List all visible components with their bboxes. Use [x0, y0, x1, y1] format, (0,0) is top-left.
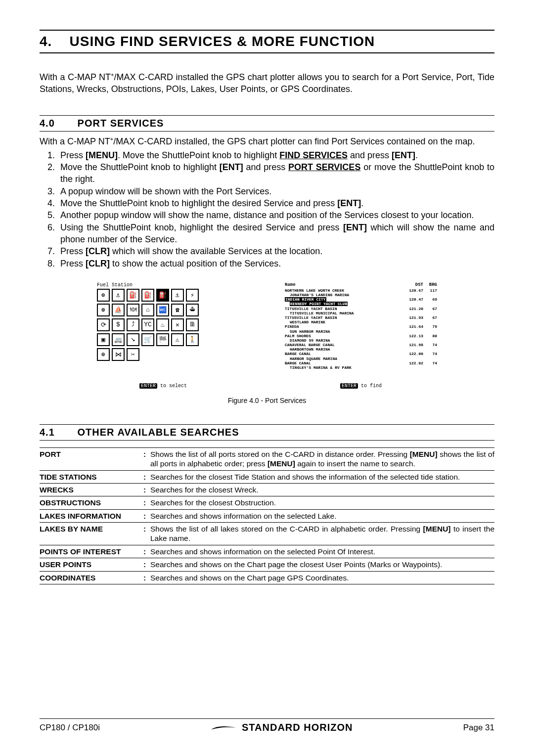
search-row: POINTS OF INTEREST:Searches and shows in… [40, 545, 494, 558]
results-header: Name DST BRG [282, 280, 440, 288]
service-icon[interactable]: ⌂ [141, 304, 154, 316]
result-row[interactable]: TITUSVILLE YACHT BASIN121.9367 [282, 315, 440, 320]
icon-panel: Fuel Station ⊕⚓⛽⛽⛽⚓⚡⊛⛵🍽⌂🚾☎⛴⟳$⤴YC♨✕🗎▣🚐➘🛒🏁… [94, 280, 232, 392]
step-item: Another popup window will show the name,… [57, 209, 494, 221]
step-item: Press [CLR] which will show the availabl… [57, 245, 494, 257]
search-desc: Searches and shows on the Chart page the… [150, 560, 494, 569]
service-icon[interactable]: 🚐 [112, 333, 125, 346]
search-label: POINTS OF INTEREST [40, 547, 143, 556]
search-label: LAKES INFORMATION [40, 511, 143, 521]
service-icon[interactable]: 🗎 [186, 318, 199, 331]
result-row[interactable]: INDIAN RIVER CITY120.4769 [282, 297, 440, 302]
search-table: PORT:Shows the list of all ports stored … [40, 447, 494, 584]
search-row: PORT:Shows the list of all ports stored … [40, 447, 494, 471]
search-row: COORDINATES:Searches and shows on the Ch… [40, 572, 494, 584]
service-icon[interactable]: 🏁 [156, 333, 169, 346]
colon: : [143, 511, 150, 521]
service-icon[interactable]: ⚓ [112, 289, 125, 302]
step-item: A popup window will be shown with the Po… [57, 185, 494, 197]
service-icon[interactable]: ⚡ [186, 289, 199, 302]
search-desc: Searches and shows on the Chart page GPS… [150, 573, 494, 582]
step-item: Move the ShuttlePoint knob to highlight … [57, 161, 494, 185]
service-icon[interactable]: ⛽ [156, 289, 169, 302]
search-desc: Shows the list of all lakes stored on th… [150, 524, 494, 543]
section-4-1: 4.1 OTHER AVAILABLE SEARCHES PORT:Shows … [40, 424, 494, 584]
service-icon[interactable]: YC [141, 318, 154, 331]
result-row[interactable]: PALM SHORES122.1380 [282, 334, 440, 338]
service-icon[interactable]: ⊕ [97, 348, 110, 361]
icon-grid: ⊕⚓⛽⛽⛽⚓⚡⊛⛵🍽⌂🚾☎⛴⟳$⤴YC♨✕🗎▣🚐➘🛒🏁⚠🚶⊕⋈✂ [94, 289, 232, 361]
step-item: Move the ShuttlePoint knob to highlight … [57, 197, 494, 209]
search-row: OBSTRUCTIONS:Searches for the closest Ob… [40, 496, 494, 509]
service-icon[interactable]: $ [112, 318, 125, 331]
search-desc: Shows the list of all ports stored on th… [150, 449, 494, 469]
brand: STANDARD HORIZON [210, 722, 353, 733]
service-icon[interactable]: ⊛ [97, 304, 110, 316]
service-icon[interactable]: ☎ [171, 304, 184, 316]
search-row: WRECKS:Searches for the closest Wreck. [40, 484, 494, 496]
search-label: LAKES BY NAME [40, 524, 143, 543]
service-icon[interactable]: ⊕ [97, 289, 110, 302]
result-row[interactable]: PINEDA121.6479 [282, 324, 440, 329]
search-desc: Searches and shows information on the se… [150, 547, 494, 556]
result-row-sub: HARBOR SQUARE MARINA [282, 356, 440, 361]
service-icon[interactable]: 🍽 [127, 304, 139, 316]
service-icon[interactable]: ⋈ [112, 348, 125, 361]
service-icon[interactable]: ⚠ [171, 333, 184, 346]
service-icon[interactable]: ⛽ [127, 289, 139, 302]
search-label: PORT [40, 449, 143, 469]
colon: : [143, 472, 150, 482]
icon-panel-footer: ENTER to select [94, 383, 232, 389]
result-row[interactable]: TITUSVILLE YACHT BASIN121.2067 [282, 307, 440, 311]
service-icon[interactable]: ⤴ [127, 318, 139, 331]
section-4-0-rule-bottom [40, 131, 494, 132]
service-icon[interactable]: 🚾 [156, 304, 169, 316]
step-item: Using the ShuttlePoint knob, highlight t… [57, 222, 494, 246]
service-icon[interactable]: ✕ [171, 318, 184, 331]
colon: : [143, 449, 150, 469]
result-rows: NORTHERN LAKE WORTH CREEK120.67117JONATH… [282, 288, 440, 370]
service-icon[interactable]: ⛴ [186, 304, 199, 316]
result-row-sub: SUN HARBOR MARINA [282, 329, 440, 334]
col-dst: DST [401, 282, 423, 287]
page-footer: CP180 / CP180i STANDARD HORIZON Page 31 [40, 718, 494, 733]
figure-row: Fuel Station ⊕⚓⛽⛽⛽⚓⚡⊛⛵🍽⌂🚾☎⛴⟳$⤴YC♨✕🗎▣🚐➘🛒🏁… [40, 280, 494, 392]
brand-swoosh-icon [210, 723, 237, 732]
service-icon[interactable]: ⚓ [171, 289, 184, 302]
result-row[interactable]: BARGE CANAL122.0074 [282, 352, 440, 356]
service-icon[interactable]: ▣ [97, 333, 110, 346]
colon: : [143, 573, 150, 582]
result-row[interactable]: BARGE CANAL122.0274 [282, 361, 440, 365]
section-4-0-lead: With a C-MAP NT+/MAX C-CARD installed, t… [40, 135, 494, 147]
result-row[interactable]: CANAVERAL BARGE CANAL121.9874 [282, 343, 440, 347]
steps-list: Press [MENU]. Move the ShuttlePoint knob… [40, 149, 494, 269]
service-icon[interactable]: 🛒 [141, 333, 154, 346]
section-4-1-num: 4.1 [40, 427, 74, 438]
service-icon[interactable]: ⛵ [112, 304, 125, 316]
search-row: LAKES BY NAME:Shows the list of all lake… [40, 523, 494, 545]
lead-pre: With a C-MAP NT [40, 136, 110, 146]
section-4-0-num: 4.0 [40, 118, 74, 129]
section-4-1-text: OTHER AVAILABLE SEARCHES [78, 427, 239, 438]
colon: : [143, 560, 150, 569]
search-row: TIDE STATIONS:Searches for the closest T… [40, 471, 494, 484]
col-name: Name [285, 282, 401, 287]
service-icon[interactable]: ➘ [127, 333, 139, 346]
service-icon[interactable]: ⟳ [97, 318, 110, 331]
search-row: LAKES INFORMATION:Searches and shows inf… [40, 510, 494, 523]
step-item: Press [MENU]. Move the ShuttlePoint knob… [57, 149, 494, 161]
colon: : [143, 524, 150, 543]
colon: : [143, 498, 150, 507]
service-icon[interactable]: ✂ [127, 348, 139, 361]
service-icon[interactable]: ♨ [156, 318, 169, 331]
result-row-sub: HARBORTOWN MARINA [282, 347, 440, 352]
lead-post: /MAX C-CARD installed, the GPS chart plo… [113, 136, 475, 146]
intro-pre: With a C-MAP NT [40, 72, 111, 82]
search-desc: Searches for the closest Tide Station an… [150, 472, 494, 482]
search-desc: Searches for the closest Wreck. [150, 485, 494, 494]
service-icon[interactable]: 🚶 [186, 333, 199, 346]
service-icon[interactable]: ⛽ [141, 289, 154, 302]
search-desc: Searches for the closest Obstruction. [150, 498, 494, 507]
result-row[interactable]: NORTHERN LAKE WORTH CREEK120.67117 [282, 288, 440, 293]
enter-key-icon: ENTER [340, 383, 358, 389]
